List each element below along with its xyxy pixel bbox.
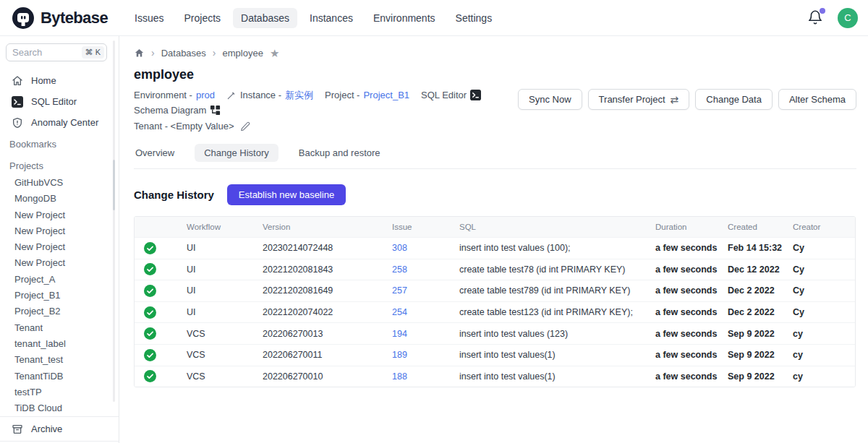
meta-schema-diagram[interactable]: Schema Diagram xyxy=(134,103,221,118)
cell-created: Sep 9 2022 xyxy=(728,350,793,360)
sidebar-project-tidb-cloud[interactable]: TiDB Cloud xyxy=(14,400,119,416)
environment-link[interactable]: prod xyxy=(196,87,215,103)
meta-line-1: Environment - prod Instance - 新实例 P xyxy=(134,87,518,118)
cell-sql: insert into test values (100); xyxy=(459,243,655,253)
project-label: Project - xyxy=(325,87,359,103)
issue-link[interactable]: 308 xyxy=(392,243,407,253)
issue-link[interactable]: 189 xyxy=(392,350,407,360)
sidebar-project-new-project[interactable]: New Project xyxy=(14,223,119,239)
bytebase-logo[interactable]: Bytebase xyxy=(12,7,108,30)
database-meta: Environment - prod Instance - 新实例 P xyxy=(134,87,518,134)
tenant-label: Tenant - <Empty Value> xyxy=(134,119,234,134)
cell-creator: cy xyxy=(793,371,855,382)
bytebase-logo-icon xyxy=(12,7,35,30)
sidebar-item-label: Anomaly Center xyxy=(31,117,98,128)
instance-link[interactable]: 新实例 xyxy=(285,87,313,103)
schema-diagram-icon[interactable] xyxy=(210,105,221,116)
nav-item-instances[interactable]: Instances xyxy=(302,8,361,28)
issue-link[interactable]: 257 xyxy=(392,285,407,296)
sidebar-project-mongodb[interactable]: MongoDB xyxy=(14,191,119,207)
status-success-icon xyxy=(144,349,156,361)
transfer-icon: ⇄ xyxy=(671,94,679,106)
sidebar-scrollbar[interactable] xyxy=(113,40,115,402)
sync-now-button[interactable]: Sync Now xyxy=(518,89,582,110)
status-success-icon xyxy=(144,285,156,297)
sidebar-project-new-project[interactable]: New Project xyxy=(14,207,119,223)
sidebar-nav: HomeSQL EditorAnomaly Center xyxy=(0,70,119,133)
nav-item-settings[interactable]: Settings xyxy=(448,8,501,28)
sql-editor-icon xyxy=(12,96,23,108)
nav-item-projects[interactable]: Projects xyxy=(176,8,229,28)
tab-change-history[interactable]: Change History xyxy=(195,144,278,162)
sidebar-project-project_a[interactable]: Project_A xyxy=(14,272,119,288)
sidebar-project-tenant_label[interactable]: tenant_label xyxy=(14,336,119,352)
home-icon xyxy=(12,75,23,87)
cell-duration: a few seconds xyxy=(655,307,728,317)
sql-editor-terminal-icon[interactable] xyxy=(470,90,481,100)
sidebar-item-sql-editor[interactable]: SQL Editor xyxy=(0,91,119,112)
sidebar-project-new-project[interactable]: New Project xyxy=(14,239,119,255)
cell-creator: cy xyxy=(793,329,855,339)
cell-created: Feb 14 15:32 xyxy=(728,243,793,253)
transfer-project-button[interactable]: Transfer Project⇄ xyxy=(588,89,690,110)
bookmark-star-icon[interactable]: ★ xyxy=(270,48,279,59)
sidebar-project-tenanttidb[interactable]: TenantTiDB xyxy=(14,369,119,384)
cell-version: 202206270011 xyxy=(263,350,392,360)
breadcrumb-home-icon[interactable] xyxy=(134,48,145,59)
cell-duration: a few seconds xyxy=(655,371,728,382)
meta-sql-editor[interactable]: SQL Editor xyxy=(421,87,481,103)
cell-status xyxy=(135,349,187,361)
sidebar-project-testtp[interactable]: testTP xyxy=(14,384,119,400)
sidebar-project-new-project[interactable]: New Project xyxy=(14,255,119,271)
nav-item-databases[interactable]: Databases xyxy=(233,8,297,28)
sidebar: ⌘ K HomeSQL EditorAnomaly Center Bookmar… xyxy=(0,36,119,443)
edit-pencil-icon[interactable] xyxy=(240,121,250,132)
cell-issue: 194 xyxy=(392,329,459,339)
button-label: Alter Schema xyxy=(789,94,846,105)
cell-created: Dec 2 2022 xyxy=(728,307,793,317)
breadcrumb-databases[interactable]: Databases xyxy=(161,48,206,59)
main-content: › Databases › employee ★ employee Enviro… xyxy=(119,36,868,443)
scrollbar-thumb[interactable] xyxy=(113,160,115,210)
nav-item-environments[interactable]: Environments xyxy=(365,8,443,28)
brand-name: Bytebase xyxy=(41,9,108,27)
establish-baseline-button[interactable]: Establish new baseline xyxy=(227,184,346,205)
notifications-button[interactable] xyxy=(807,9,825,27)
alter-schema-button[interactable]: Alter Schema xyxy=(778,89,856,110)
meta-tenant: Tenant - <Empty Value> xyxy=(134,119,250,134)
nav-item-issues[interactable]: Issues xyxy=(127,8,171,28)
project-link[interactable]: Project_B1 xyxy=(363,87,409,103)
change-data-button[interactable]: Change Data xyxy=(695,89,773,110)
sidebar-item-anomaly-center[interactable]: Anomaly Center xyxy=(0,112,119,133)
issue-link[interactable]: 188 xyxy=(392,371,407,382)
cell-duration: a few seconds xyxy=(655,243,728,253)
sidebar-project-tenant[interactable]: Tenant xyxy=(14,320,119,336)
sidebar-project-project_b2[interactable]: Project_B2 xyxy=(14,304,119,319)
tab-backup-and-restore[interactable]: Backup and restore xyxy=(297,144,382,162)
archive-label: Archive xyxy=(31,423,62,434)
issue-link[interactable]: 254 xyxy=(392,307,407,317)
sidebar-project-project_b1[interactable]: Project_B1 xyxy=(14,288,119,304)
sidebar-item-home[interactable]: Home xyxy=(0,70,119,91)
cell-status xyxy=(135,242,187,254)
issue-link[interactable]: 258 xyxy=(392,264,407,275)
sidebar-project-list: GitHubVCSMongoDBNew ProjectNew ProjectNe… xyxy=(0,173,119,416)
cell-status xyxy=(135,370,187,382)
avatar[interactable]: C xyxy=(838,8,858,28)
sidebar-project-tenant_test[interactable]: Tenant_test xyxy=(14,352,119,368)
meta-line-2: Tenant - <Empty Value> xyxy=(134,119,518,134)
cell-status xyxy=(135,327,187,340)
cell-workflow: VCS xyxy=(187,329,263,339)
breadcrumb-employee[interactable]: employee xyxy=(223,48,263,59)
column-header-version: Version xyxy=(263,223,392,231)
table-body: UI20230214072448308insert into test valu… xyxy=(135,237,855,387)
tab-overview[interactable]: Overview xyxy=(134,144,176,162)
instance-label: Instance - xyxy=(240,87,281,103)
cell-version: 20230214072448 xyxy=(263,243,392,253)
cell-creator: Cy xyxy=(793,285,855,296)
environment-label: Environment - xyxy=(134,87,192,103)
sidebar-item-archive[interactable]: Archive xyxy=(0,417,119,441)
issue-link[interactable]: 194 xyxy=(392,329,407,339)
sidebar-project-githubvcs[interactable]: GitHubVCS xyxy=(14,175,119,191)
cell-version: 202206270013 xyxy=(263,329,392,339)
